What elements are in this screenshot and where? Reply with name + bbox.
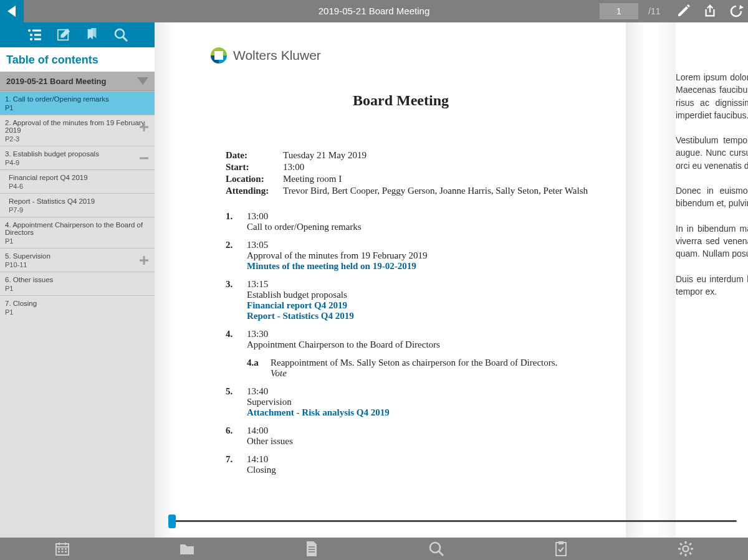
toc-item[interactable]: 4. Appointment Chairperson to the Board … xyxy=(0,217,155,248)
agenda-link[interactable]: Attachment - Risk analysis Q4 2019 xyxy=(247,407,591,418)
slider-thumb[interactable] xyxy=(168,515,176,528)
tasks-button[interactable] xyxy=(517,538,605,560)
toc-item[interactable]: 3. Establish budget proposalsP4-9 xyxy=(0,146,155,169)
agenda-title: Appointment Chairperson to the Board of … xyxy=(247,339,591,350)
back-button[interactable] xyxy=(0,0,24,22)
minus-icon xyxy=(138,152,150,164)
agenda-time: 13:15 xyxy=(247,279,591,290)
svg-rect-32 xyxy=(556,543,566,556)
toc-item-title: 4. Appointment Chairperson to the Board … xyxy=(5,221,150,236)
chevron-down-icon xyxy=(136,74,150,88)
toc-item-page: P1 xyxy=(5,237,150,245)
collapse-button[interactable] xyxy=(137,151,151,165)
brand-mark-icon xyxy=(211,47,227,64)
agenda-link[interactable]: Financial report Q4 2019 xyxy=(247,300,591,311)
agenda-title: Other issues xyxy=(247,436,591,447)
refresh-button[interactable] xyxy=(728,3,744,19)
svg-rect-22 xyxy=(62,548,64,550)
meta-date-value: Tuesday 21 May 2019 xyxy=(283,150,367,161)
agenda-subitem: 4.aReappointment of Ms. Sally Seton as c… xyxy=(247,358,591,368)
calendar-button[interactable] xyxy=(19,538,106,560)
bookmarks-icon xyxy=(85,28,99,42)
agenda-link[interactable]: Report - Statistics Q4 2019 xyxy=(247,311,591,321)
page2-paragraph: Duis eu interdum luctus. Ut quis dolor u… xyxy=(676,273,748,298)
agenda-title: Call to order/Opening remarks xyxy=(247,222,591,232)
search-icon xyxy=(113,27,128,42)
agenda-item: 1.13:00Call to order/Opening remarks xyxy=(226,211,591,232)
settings-button[interactable] xyxy=(642,538,729,560)
agenda-body: 14:00Other issues xyxy=(247,425,591,447)
agenda-time: 13:40 xyxy=(247,386,591,397)
document-icon xyxy=(305,541,319,557)
agenda-body: 14:10Closing xyxy=(247,454,591,475)
toc-document-row[interactable]: 2019-05-21 Board Meeting xyxy=(0,72,155,91)
svg-rect-21 xyxy=(58,548,60,550)
svg-rect-23 xyxy=(65,548,67,550)
toc-item-page: P10-11 xyxy=(5,261,150,268)
expand-button[interactable] xyxy=(137,254,151,267)
plus-icon xyxy=(138,254,150,267)
share-button[interactable] xyxy=(702,3,718,19)
document-viewport[interactable]: Wolters Kluwer Board Meeting Date:Tuesda… xyxy=(155,22,748,538)
agenda-link[interactable]: Minutes of the meeting held on 19-02-201… xyxy=(247,261,591,272)
meta-start-label: Start: xyxy=(226,162,283,173)
toc-item[interactable]: Report - Statistics Q4 2019P7-9 xyxy=(0,193,155,217)
meta-location-value: Meeting room I xyxy=(283,174,342,184)
toc-item[interactable]: 1. Call to order/Opening remarksP1 xyxy=(0,91,155,115)
document-title: Board Meeting xyxy=(211,92,591,109)
page-number-input[interactable] xyxy=(600,3,638,19)
edit-button[interactable] xyxy=(676,3,692,19)
page2-paragraph: Lorem ipsum dolor sit amet, ultrices. Nu… xyxy=(676,71,748,121)
agenda-subtitle: Reappointment of Ms. Sally Seton as chai… xyxy=(271,358,591,368)
search-button[interactable] xyxy=(393,538,480,560)
svg-marker-11 xyxy=(137,77,148,85)
collapse-caret[interactable] xyxy=(136,74,150,88)
toc-item[interactable]: 2. Approval of the minutes from 19 Febru… xyxy=(0,115,155,146)
agenda-item: 5.13:40SupervisionAttachment - Risk anal… xyxy=(226,386,591,418)
toc-item[interactable]: Financial report Q4 2019P4-6 xyxy=(0,169,155,193)
svg-point-30 xyxy=(430,543,440,553)
agenda-title: Supervision xyxy=(247,397,591,407)
toc-item[interactable]: 7. ClosingP1 xyxy=(0,295,155,319)
toc-item[interactable]: 6. Other issuesP1 xyxy=(0,272,155,295)
svg-rect-26 xyxy=(65,551,67,553)
agenda-number: 2. xyxy=(226,240,247,272)
agenda-item: 2.13:05Approval of the minutes from 19 F… xyxy=(226,240,591,272)
bookmarks-tab[interactable] xyxy=(85,27,100,42)
toc-item-title: 5. Supervision xyxy=(5,252,150,260)
agenda-number: 6. xyxy=(226,425,247,447)
document-button[interactable] xyxy=(268,538,355,560)
agenda-time: 13:00 xyxy=(247,211,591,222)
folder-button[interactable] xyxy=(143,538,231,560)
slider-track[interactable] xyxy=(168,520,737,522)
toc-document-title: 2019-05-21 Board Meeting xyxy=(6,77,106,86)
agenda-body: 13:30Appointment Chairperson to the Boar… xyxy=(247,329,591,350)
svg-line-10 xyxy=(123,37,127,41)
document-page-2: Lorem ipsum dolor sit amet, ultrices. Nu… xyxy=(676,22,748,538)
search-tab[interactable] xyxy=(113,27,128,42)
agenda-number: 3. xyxy=(226,279,247,321)
brand-logo: Wolters Kluwer xyxy=(211,47,591,64)
notes-tab[interactable] xyxy=(56,27,71,42)
meta-location-label: Location: xyxy=(226,174,283,184)
page2-paragraph: Vestibulum tempor vestibulum arcu dictum… xyxy=(676,134,748,172)
page2-paragraph: In in bibendum massa, non mattis feugiat… xyxy=(676,222,748,260)
page-slider[interactable] xyxy=(168,511,737,530)
agenda-item: 4.13:30Appointment Chairperson to the Bo… xyxy=(226,329,591,350)
svg-rect-7 xyxy=(34,39,41,40)
toc-item[interactable]: 5. SupervisionP10-11 xyxy=(0,248,155,272)
svg-line-39 xyxy=(680,543,682,545)
toc-item-page: P4-9 xyxy=(5,159,150,166)
meta-date-label: Date: xyxy=(226,150,283,161)
agenda-item: 7.14:10Closing xyxy=(226,454,591,475)
refresh-icon xyxy=(729,4,744,19)
expand-button[interactable] xyxy=(137,120,151,134)
toc-item-title: 6. Other issues xyxy=(5,276,150,283)
back-triangle-icon xyxy=(6,4,18,18)
toc-item-page: P4-6 xyxy=(9,183,150,190)
clipboard-icon xyxy=(554,541,568,557)
outline-tab[interactable] xyxy=(27,27,42,42)
svg-line-42 xyxy=(680,553,682,554)
toc-item-title: 2. Approval of the minutes from 19 Febru… xyxy=(5,119,150,134)
svg-rect-25 xyxy=(62,551,64,553)
